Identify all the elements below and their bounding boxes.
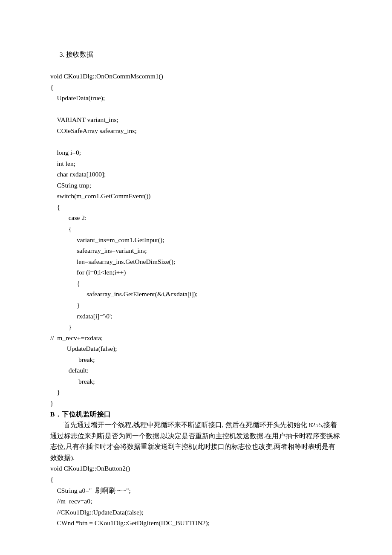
- code-block-receive: void CKou1Dlg::OnOnCommMscomm1() { Updat…: [50, 71, 342, 408]
- blank-line: [50, 60, 342, 71]
- document-page: 3. 接收数据 void CKou1Dlg::OnOnCommMscomm1()…: [0, 0, 392, 555]
- code-block-button2: void CKou1Dlg::OnButton2() { CString a0=…: [50, 463, 342, 528]
- section-a-item-heading: 3. 接收数据: [50, 49, 342, 60]
- section-b-paragraph: 首先通过增开一个线程,线程中死循环来不断监听接口, 然后在死循环开头先初始化 8…: [50, 419, 342, 463]
- section-b-title: B．下位机监听接口: [50, 409, 342, 420]
